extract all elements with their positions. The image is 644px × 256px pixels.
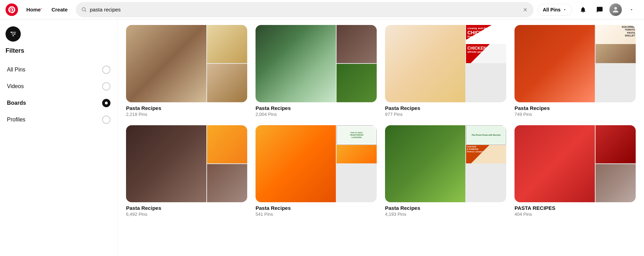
board-side-image-8a (596, 125, 636, 163)
board-thumb-6: how to layerVEGETARIANLASAGNA (256, 125, 377, 203)
board-side-image-7a: Pea Pesto Pasta with Burrata (466, 125, 506, 145)
account-chevron[interactable] (625, 3, 638, 17)
board-thumb-8 (515, 125, 636, 203)
board-name-1: Pasta Recipes (126, 105, 247, 111)
board-main-image-5 (126, 125, 206, 203)
filter-toggle-button[interactable] (6, 26, 21, 42)
home-link[interactable]: Home• (22, 4, 47, 15)
svg-point-0 (11, 32, 12, 33)
filter-videos-label: Videos (7, 83, 24, 89)
filter-label: All Pins (543, 7, 561, 12)
board-card-1[interactable]: Pasta Recipes 2,218 Pins (126, 25, 247, 117)
board-side-image-4b (596, 44, 636, 63)
content-area: Pasta Recipes 2,218 Pins Pasta Recipes 2… (118, 19, 644, 256)
board-pins-1: 2,218 Pins (126, 112, 247, 117)
board-thumb-2 (256, 25, 377, 102)
board-name-2: Pasta Recipes (256, 105, 377, 111)
create-link[interactable]: Create (47, 4, 72, 15)
filter-boards-label: Boards (7, 100, 26, 106)
board-card-5[interactable]: Pasta Recipes 6,492 Pins (126, 125, 247, 217)
board-thumb-7: Pea Pesto Pasta with Burrata CHICKEN& PU… (385, 125, 506, 203)
board-pins-3: 977 Pins (385, 112, 506, 117)
board-side-image-1a (207, 25, 247, 63)
board-info-8: PASTA RECIPES 404 Pins (515, 205, 636, 217)
board-info-4: Pasta Recipes 749 Pins (515, 105, 636, 117)
main-layout: Filters All Pins Videos Boards Profiles (0, 19, 644, 256)
search-bar (76, 2, 533, 17)
board-side-image-3b: CHICKENalfredo pasta (466, 44, 506, 63)
board-main-image-6 (256, 125, 336, 203)
board-name-5: Pasta Recipes (126, 205, 247, 211)
board-name-4: Pasta Recipes (515, 105, 636, 111)
board-pins-4: 749 Pins (515, 112, 636, 117)
board-card-3[interactable]: creamy and lightCHICKENflorentine pasta … (385, 25, 506, 117)
board-info-1: Pasta Recipes 2,218 Pins (126, 105, 247, 117)
sidebar: Filters All Pins Videos Boards Profiles (0, 19, 118, 256)
board-side-image-4a: SUN DRIEDTOMATOPASTASKILLET (596, 25, 636, 44)
board-pins-6: 541 Pins (256, 212, 377, 217)
board-side-image-7b: CHICKEN& PUMPKINCheesy Lasagna (466, 145, 506, 163)
home-dot: • (41, 7, 42, 10)
board-side-image-1b (207, 64, 247, 102)
filter-all-pins-label: All Pins (7, 67, 25, 73)
board-info-6: Pasta Recipes 541 Pins (256, 205, 377, 217)
filter-profiles[interactable]: Profiles (6, 111, 112, 128)
board-side-image-5a (207, 125, 247, 163)
board-pins-5: 6,492 Pins (126, 212, 247, 217)
filter-videos[interactable]: Videos (6, 78, 112, 95)
board-card-2[interactable]: Pasta Recipes 2,004 Pins (256, 25, 377, 117)
board-main-image-1 (126, 25, 206, 102)
board-pins-7: 4,193 Pins (385, 212, 506, 217)
board-card-6[interactable]: how to layerVEGETARIANLASAGNA Pasta Reci… (256, 125, 377, 217)
board-card-7[interactable]: Pea Pesto Pasta with Burrata CHICKEN& PU… (385, 125, 506, 217)
message-button[interactable] (593, 3, 607, 17)
filter-videos-radio[interactable] (102, 82, 110, 91)
board-thumb-5 (126, 125, 247, 203)
filter-all-pins[interactable]: All Pins (6, 61, 112, 78)
board-info-2: Pasta Recipes 2,004 Pins (256, 105, 377, 117)
main-nav: Home• Create (22, 7, 72, 13)
board-side-image-6a: how to layerVEGETARIANLASAGNA (337, 125, 377, 145)
board-side-image-2b (337, 64, 377, 102)
svg-point-2 (12, 35, 14, 36)
board-pins-2: 2,004 Pins (256, 112, 377, 117)
board-pins-8: 404 Pins (515, 212, 636, 217)
search-icon (81, 7, 87, 12)
board-main-image-2 (256, 25, 336, 102)
pinterest-logo[interactable] (6, 3, 18, 16)
radio-inner-dot (105, 102, 108, 104)
board-main-image-8 (515, 125, 595, 203)
avatar[interactable] (609, 3, 622, 16)
filter-profiles-radio[interactable] (102, 116, 110, 124)
board-side-image-3a: creamy and lightCHICKENflorentine pasta (466, 25, 506, 44)
board-info-7: Pasta Recipes 4,193 Pins (385, 205, 506, 217)
board-info-5: Pasta Recipes 6,492 Pins (126, 205, 247, 217)
board-thumb-3: creamy and lightCHICKENflorentine pasta … (385, 25, 506, 102)
board-name-8: PASTA RECIPES (515, 205, 636, 211)
search-clear-button[interactable] (522, 7, 528, 12)
filter-dropdown[interactable]: All Pins (538, 4, 572, 16)
filter-boards-radio[interactable] (102, 99, 110, 107)
boards-grid: Pasta Recipes 2,218 Pins Pasta Recipes 2… (126, 25, 636, 217)
board-info-3: Pasta Recipes 977 Pins (385, 105, 506, 117)
board-card-4[interactable]: SUN DRIEDTOMATOPASTASKILLET Pasta Recipe… (515, 25, 636, 117)
filters-title: Filters (6, 47, 112, 54)
board-name-7: Pasta Recipes (385, 205, 506, 211)
board-side-image-2a (337, 25, 377, 63)
board-side-image-6b (337, 145, 377, 163)
notification-button[interactable] (576, 3, 590, 17)
header-icons (576, 3, 638, 17)
filter-boards[interactable]: Boards (6, 95, 112, 111)
svg-point-1 (14, 33, 15, 34)
board-thumb-4: SUN DRIEDTOMATOPASTASKILLET (515, 25, 636, 102)
board-card-8[interactable]: PASTA RECIPES 404 Pins (515, 125, 636, 217)
home-label: Home (26, 7, 41, 12)
search-input[interactable] (90, 7, 519, 12)
filter-all-pins-radio[interactable] (102, 66, 110, 74)
board-main-image-4 (515, 25, 595, 102)
board-main-image-3 (385, 25, 465, 102)
board-name-6: Pasta Recipes (256, 205, 377, 211)
board-thumb-1 (126, 25, 247, 102)
board-name-3: Pasta Recipes (385, 105, 506, 111)
board-side-image-8b (596, 164, 636, 202)
